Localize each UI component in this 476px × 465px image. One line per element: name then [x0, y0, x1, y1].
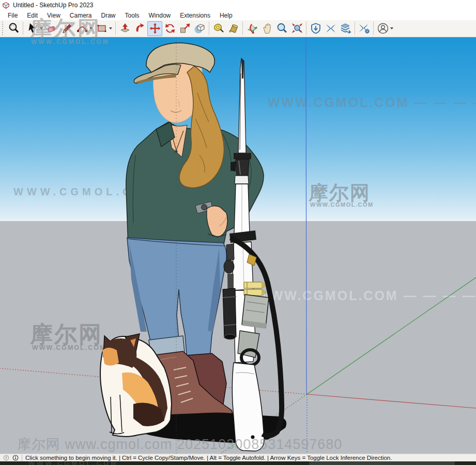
extension-warehouse-button[interactable] — [323, 21, 338, 36]
zoom-window-button[interactable] — [6, 21, 21, 36]
sketchup-window: Untitled - SketchUp Pro 2023 File Edit V… — [0, 0, 476, 465]
push-pull-icon — [119, 22, 131, 35]
paint-bucket-button[interactable] — [226, 21, 241, 36]
bayonet-guard — [234, 153, 251, 159]
zoom-extents-icon — [291, 22, 303, 35]
status-hint: Click something to begin moving it. | Ct… — [25, 455, 392, 461]
menu-bar: File Edit View Camera Draw Tools Window … — [0, 10, 476, 20]
menu-camera[interactable]: Camera — [65, 11, 97, 20]
menu-view[interactable]: View — [42, 11, 65, 20]
menu-draw[interactable]: Draw — [97, 11, 120, 20]
pencil-icon — [61, 22, 73, 35]
menu-window[interactable]: Window — [144, 11, 176, 20]
zoom-window-icon — [8, 22, 20, 35]
extension-manager-button[interactable] — [357, 21, 372, 36]
toolbar-separator — [23, 22, 23, 35]
push-pull-tool-button[interactable] — [117, 21, 132, 36]
pan-hand-icon — [261, 22, 273, 35]
pan-tool-button[interactable] — [259, 21, 274, 36]
toolbar-separator — [242, 22, 243, 35]
model-viewport[interactable]: WWW.CGMOL.COM WWW.CGMOL.COM — — — — — — … — [0, 37, 476, 454]
statusbar-separator — [22, 455, 22, 461]
toolbar-separator — [306, 22, 306, 35]
orbit-tool-button[interactable] — [244, 21, 259, 36]
eraser-icon — [46, 22, 58, 35]
warehouse-download-icon — [310, 22, 322, 35]
buttstock — [232, 363, 264, 451]
extension-x-icon — [325, 22, 337, 35]
rectangle-tool-button[interactable] — [94, 21, 109, 36]
rotate-icon — [164, 22, 176, 35]
follow-me-tool-button[interactable] — [132, 21, 147, 36]
arc-dropdown-caret[interactable] — [89, 27, 93, 29]
arc-icon — [76, 22, 88, 35]
scope — [223, 288, 236, 338]
menu-file[interactable]: File — [3, 11, 22, 20]
rear-sight — [226, 244, 234, 260]
warehouse-download-button[interactable] — [308, 21, 323, 36]
tape-measure-icon — [212, 22, 225, 35]
menu-edit[interactable]: Edit — [22, 11, 42, 20]
account-button[interactable] — [375, 21, 390, 36]
move-tool-button[interactable] — [147, 21, 162, 36]
zoom-icon — [276, 22, 288, 35]
rifle-figure[interactable] — [223, 58, 282, 451]
menu-extensions[interactable]: Extensions — [175, 11, 215, 20]
scale-icon — [179, 22, 191, 35]
menu-help[interactable]: Help — [215, 11, 237, 20]
select-dropdown-caret[interactable] — [40, 27, 43, 29]
scene-canvas[interactable] — [0, 37, 476, 454]
share-layers-button[interactable] — [338, 21, 353, 36]
title-bar: Untitled - SketchUp Pro 2023 — [0, 0, 476, 10]
account-avatar-icon — [377, 22, 389, 35]
sling-swivel — [251, 436, 255, 439]
arc-tool-button[interactable] — [74, 21, 89, 36]
follow-me-icon — [134, 22, 146, 35]
component-cube-icon — [194, 22, 206, 35]
zoom-extents-button[interactable] — [289, 21, 304, 36]
line-tool-button[interactable] — [59, 21, 74, 36]
extension-manager-icon — [358, 22, 371, 35]
account-dropdown-caret[interactable] — [390, 27, 393, 29]
sketchup-logo-icon — [2, 2, 10, 9]
menu-tools[interactable]: Tools — [120, 11, 144, 20]
rotate-tool-button[interactable] — [162, 21, 177, 36]
status-bar: Click something to begin moving it. | Ct… — [0, 454, 476, 461]
toolbar-separator — [373, 22, 374, 35]
bottom-strip: WWW.CGMOL.COM — [0, 461, 476, 465]
make-component-button[interactable] — [192, 21, 207, 36]
toolbar-separator — [115, 22, 116, 35]
window-title: Untitled - SketchUp Pro 2023 — [13, 2, 93, 9]
toolbar-drag-handle[interactable] — [2, 22, 5, 35]
zoom-tool-button[interactable] — [274, 21, 289, 36]
orbit-icon — [246, 22, 258, 35]
select-cursor-icon — [26, 22, 39, 35]
bottom-strip-segment — [309, 461, 455, 465]
layers-share-icon — [340, 22, 352, 35]
bolt-knob — [224, 260, 234, 273]
paint-bucket-icon — [227, 22, 240, 35]
watermark-bottom-strip: WWW.CGMOL.COM — [28, 461, 118, 465]
eraser-tool-button[interactable] — [44, 21, 59, 36]
geolocation-icon[interactable] — [3, 455, 9, 461]
select-tool-button[interactable] — [25, 21, 40, 36]
rectangle-dropdown-caret[interactable] — [109, 27, 112, 29]
scale-tool-button[interactable] — [177, 21, 192, 36]
tape-measure-button[interactable] — [211, 21, 226, 36]
toolbar-separator — [209, 22, 209, 35]
move-icon — [149, 22, 161, 35]
toolbar — [0, 20, 476, 37]
info-icon[interactable] — [12, 455, 19, 461]
toolbar-separator — [355, 22, 355, 35]
rectangle-icon — [96, 22, 108, 35]
